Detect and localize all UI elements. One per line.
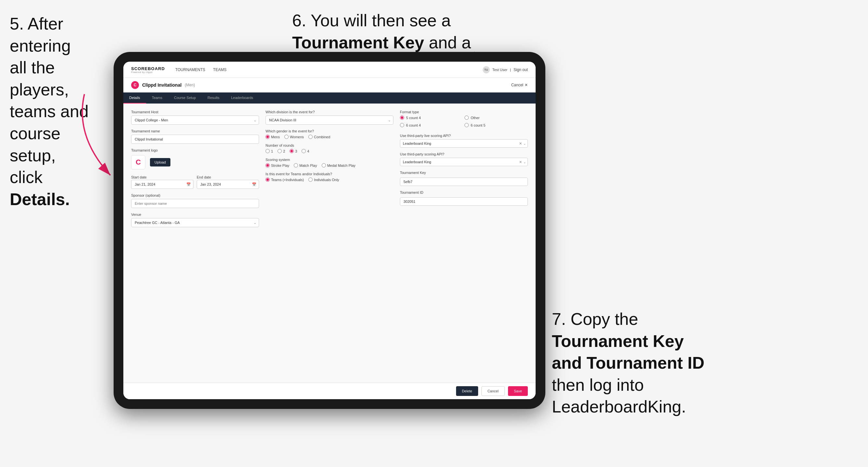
rounds-3[interactable]: 3: [289, 149, 297, 153]
logo-subtitle: Powered by clippd: [131, 71, 165, 73]
tournament-host-group: Tournament Host Clippd College - Men: [131, 110, 259, 125]
rounds-group: Number of rounds 1 2: [266, 144, 394, 153]
api2-select[interactable]: Leaderboard King: [400, 158, 528, 166]
bottom-bar: Delete Cancel Save: [123, 383, 536, 399]
gender-radio-group: Mens Womens Combined: [266, 135, 394, 139]
api1-group: Use third-party live scoring API? Leader…: [400, 134, 528, 148]
rounds-label: Number of rounds: [266, 144, 394, 147]
tab-details[interactable]: Details: [123, 93, 146, 103]
start-calendar-icon: 📅: [186, 182, 191, 187]
scoring-group: Scoring system Stroke Play Match Play: [266, 158, 394, 167]
annotation-bottom-right: 7. Copy the Tournament Key and Tournamen…: [552, 308, 773, 418]
teams-group: Is this event for Teams and/or Individua…: [266, 172, 394, 182]
format-type-group: Format type 5 count 4 Other: [400, 110, 528, 129]
tournament-logo-label: Tournament logo: [131, 148, 259, 152]
date-row: Start date 📅 End date 📅: [131, 174, 259, 189]
nav-tournaments[interactable]: TOURNAMENTS: [175, 67, 205, 72]
tournament-subtitle: (Men): [185, 83, 195, 87]
scoring-stroke[interactable]: Stroke Play: [266, 163, 289, 167]
end-calendar-icon: 📅: [252, 182, 256, 187]
start-date-input[interactable]: [131, 180, 193, 189]
nav-avatar: TU: [483, 66, 490, 73]
upload-button[interactable]: Upload: [150, 158, 170, 166]
tournament-name-input[interactable]: [131, 135, 259, 144]
format-other[interactable]: Other: [465, 116, 528, 120]
individuals-only[interactable]: Individuals Only: [308, 178, 339, 182]
venue-select[interactable]: Peachtree GC - Atlanta - GA: [131, 218, 259, 227]
sponsor-input[interactable]: [131, 199, 259, 208]
nav-teams[interactable]: TEAMS: [213, 67, 226, 72]
cancel-button[interactable]: Cancel: [482, 386, 505, 396]
format-6count4[interactable]: 6 count 4: [400, 123, 463, 127]
tournament-header: C Clippd Invitational (Men) Cancel ✕: [123, 78, 536, 93]
tournament-id-group: Tournament ID 302051: [400, 190, 528, 206]
teams-radio-group: Teams (+Individuals) Individuals Only: [266, 178, 394, 182]
tab-leaderboards[interactable]: Leaderboards: [225, 93, 259, 103]
tournament-name-group: Tournament name: [131, 129, 259, 144]
end-date-group: End date 📅: [197, 174, 259, 189]
scoring-match[interactable]: Match Play: [294, 163, 317, 167]
sponsor-label: Sponsor (optional): [131, 193, 259, 197]
division-group: Which division is the event for? NCAA Di…: [266, 110, 394, 125]
gender-mens[interactable]: Mens: [266, 135, 280, 139]
tab-teams[interactable]: Teams: [146, 93, 168, 103]
api1-select-wrapper: Leaderboard King ✕ ⌄: [400, 139, 528, 148]
api2-label: Use third-party scoring API?: [400, 152, 528, 156]
tournament-key-group: Tournament Key 5efb7: [400, 171, 528, 186]
venue-select-wrapper: Peachtree GC - Atlanta - GA: [131, 218, 259, 227]
nav-user: Test User: [492, 68, 507, 72]
tournament-host-label: Tournament Host: [131, 110, 259, 114]
tournament-host-select[interactable]: Clippd College - Men: [131, 116, 259, 125]
nav-signout[interactable]: Sign out: [514, 67, 528, 72]
logo-area: SCOREBOARD Powered by clippd: [131, 66, 165, 73]
gender-group: Which gender is the event for? Mens Wome…: [266, 129, 394, 139]
tab-bar: Details Teams Course Setup Results Leade…: [123, 93, 536, 103]
gender-label: Which gender is the event for?: [266, 129, 394, 133]
api2-clear-icon[interactable]: ✕: [519, 160, 522, 164]
format-options-grid: 5 count 4 Other 6 count 4: [400, 116, 528, 129]
tab-results[interactable]: Results: [202, 93, 225, 103]
form-col-3: Format type 5 count 4 Other: [400, 110, 528, 227]
tab-course-setup[interactable]: Course Setup: [168, 93, 202, 103]
rounds-4[interactable]: 4: [302, 149, 309, 153]
delete-button[interactable]: Delete: [456, 386, 478, 396]
start-date-group: Start date 📅: [131, 174, 193, 189]
tournament-id-value: 302051: [400, 197, 528, 206]
division-select[interactable]: NCAA Division III: [266, 116, 394, 125]
scoring-medal-match[interactable]: Medal Match Play: [322, 163, 355, 167]
api2-select-wrapper: Leaderboard King ✕ ⌄: [400, 158, 528, 166]
format-6count5[interactable]: 6 count 5: [465, 123, 528, 127]
tournament-id-label: Tournament ID: [400, 190, 528, 194]
tournament-title: Clippd Invitational: [142, 83, 182, 88]
gender-womens[interactable]: Womens: [284, 135, 304, 139]
format-5count4[interactable]: 5 count 4: [400, 116, 463, 120]
tournament-key-label: Tournament Key: [400, 171, 528, 175]
start-date-label: Start date: [131, 175, 147, 179]
tournament-title-row: C Clippd Invitational (Men): [131, 81, 195, 89]
start-date-wrapper: 📅: [131, 180, 193, 189]
api1-arrow-icon: ⌄: [523, 142, 526, 145]
tournament-logo: C: [131, 81, 139, 89]
nav-right: TU Test User | Sign out: [483, 66, 528, 73]
tournament-name-label: Tournament name: [131, 129, 259, 133]
top-nav: SCOREBOARD Powered by clippd TOURNAMENTS…: [123, 62, 536, 78]
rounds-2[interactable]: 2: [278, 149, 285, 153]
end-date-input[interactable]: [197, 180, 259, 189]
tablet-frame: SCOREBOARD Powered by clippd TOURNAMENTS…: [114, 52, 545, 409]
venue-group: Venue Peachtree GC - Atlanta - GA: [131, 213, 259, 227]
tournament-logo-group: Tournament logo C Upload: [131, 148, 259, 169]
api1-select[interactable]: Leaderboard King: [400, 139, 528, 148]
sponsor-group: Sponsor (optional): [131, 193, 259, 208]
cancel-header-btn[interactable]: Cancel ✕: [511, 83, 528, 87]
venue-label: Venue: [131, 213, 259, 216]
end-date-label: End date: [197, 175, 211, 179]
rounds-1[interactable]: 1: [266, 149, 273, 153]
teams-label: Is this event for Teams and/or Individua…: [266, 172, 394, 176]
division-select-wrapper: NCAA Division III: [266, 116, 394, 125]
save-button[interactable]: Save: [508, 386, 528, 396]
gender-combined[interactable]: Combined: [308, 135, 330, 139]
logo-preview: C: [131, 155, 146, 169]
api1-clear-icon[interactable]: ✕: [519, 142, 522, 146]
teams-plus-individuals[interactable]: Teams (+Individuals): [266, 178, 304, 182]
logo-title: SCOREBOARD: [131, 66, 165, 71]
